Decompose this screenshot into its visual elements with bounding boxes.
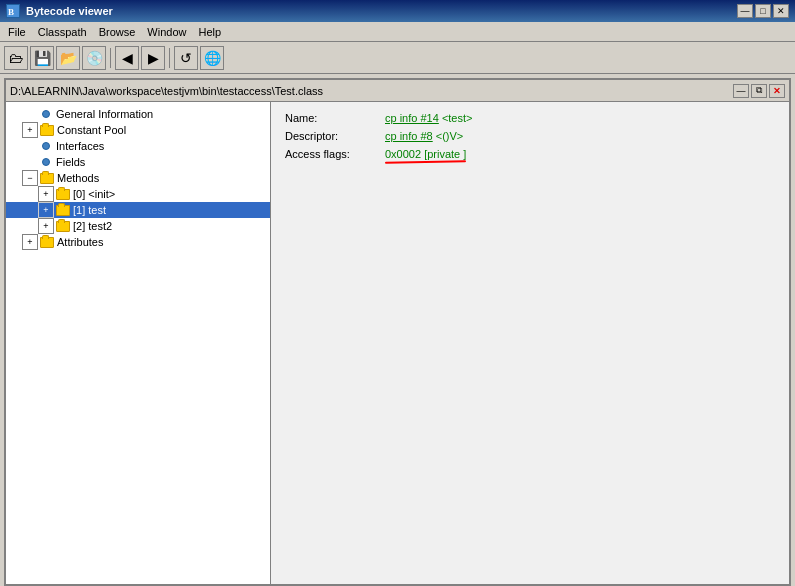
tree-item-constant-pool[interactable]: + Constant Pool bbox=[6, 122, 270, 138]
title-bar-left: B Bytecode viewer bbox=[6, 4, 113, 18]
descriptor-row: Descriptor: cp info #8 <()V> bbox=[285, 130, 775, 142]
descriptor-suffix: <()V> bbox=[436, 130, 464, 142]
menu-item-help[interactable]: Help bbox=[192, 24, 227, 40]
name-link[interactable]: cp info #14 bbox=[385, 112, 439, 124]
expander-constant-pool[interactable]: + bbox=[22, 122, 38, 138]
name-label: Name: bbox=[285, 112, 385, 124]
menu-item-window[interactable]: Window bbox=[141, 24, 192, 40]
inner-title-text: D:\ALEARNIN\Java\workspace\testjvm\bin\t… bbox=[10, 85, 323, 97]
folder-icon-test bbox=[55, 203, 71, 217]
tree-label-fields: Fields bbox=[56, 156, 85, 168]
descriptor-link[interactable]: cp info #8 bbox=[385, 130, 433, 142]
detail-panel: Name: cp info #14 <test> Descriptor: cp … bbox=[271, 102, 789, 584]
tree-item-attributes[interactable]: + Attributes bbox=[6, 234, 270, 250]
descriptor-label: Descriptor: bbox=[285, 130, 385, 142]
toolbar-separator bbox=[110, 48, 111, 68]
refresh-button[interactable]: ↺ bbox=[174, 46, 198, 70]
inner-restore-button[interactable]: ⧉ bbox=[751, 84, 767, 98]
toolbar: 🗁💾📂💿◀▶↺🌐 bbox=[0, 42, 795, 74]
folder-icon-methods bbox=[39, 171, 55, 185]
tree-label-methods: Methods bbox=[57, 172, 99, 184]
maximize-button[interactable]: □ bbox=[755, 4, 771, 18]
access-row: Access flags: 0x0002 [private ] bbox=[285, 148, 775, 160]
inner-minimize-button[interactable]: — bbox=[733, 84, 749, 98]
expander-test2[interactable]: + bbox=[38, 218, 54, 234]
folder-icon-constant-pool bbox=[39, 123, 55, 137]
inner-title-controls: — ⧉ ✕ bbox=[733, 84, 785, 98]
menu-item-file[interactable]: File bbox=[2, 24, 32, 40]
main-content: General Information + Constant Pool Inte… bbox=[6, 102, 789, 584]
menu-item-browse[interactable]: Browse bbox=[93, 24, 142, 40]
svg-text:B: B bbox=[8, 7, 14, 17]
dot-icon-general bbox=[38, 107, 54, 121]
menu-bar: FileClasspathBrowseWindowHelp bbox=[0, 22, 795, 42]
tree-item-test[interactable]: + [1] test bbox=[6, 202, 270, 218]
tree-item-test2[interactable]: + [2] test2 bbox=[6, 218, 270, 234]
expander-init[interactable]: + bbox=[38, 186, 54, 202]
title-bar-controls: — □ ✕ bbox=[737, 4, 789, 18]
save-button[interactable]: 💾 bbox=[30, 46, 54, 70]
inner-title-bar: D:\ALEARNIN\Java\workspace\testjvm\bin\t… bbox=[6, 80, 789, 102]
app-title: Bytecode viewer bbox=[26, 5, 113, 17]
inner-close-button[interactable]: ✕ bbox=[769, 84, 785, 98]
globe-button[interactable]: 🌐 bbox=[200, 46, 224, 70]
access-value: 0x0002 [private ] bbox=[385, 148, 466, 160]
title-bar: B Bytecode viewer — □ ✕ bbox=[0, 0, 795, 22]
menu-item-classpath[interactable]: Classpath bbox=[32, 24, 93, 40]
toolbar-separator bbox=[169, 48, 170, 68]
tree-label-general-info: General Information bbox=[56, 108, 153, 120]
forward-button[interactable]: ▶ bbox=[141, 46, 165, 70]
tree-item-fields[interactable]: Fields bbox=[6, 154, 270, 170]
dot-icon-interfaces bbox=[38, 139, 54, 153]
access-underline bbox=[385, 160, 466, 163]
folder-icon-attributes bbox=[39, 235, 55, 249]
tree-item-interfaces[interactable]: Interfaces bbox=[6, 138, 270, 154]
minimize-button[interactable]: — bbox=[737, 4, 753, 18]
tree-label-test: [1] test bbox=[73, 204, 106, 216]
tree-panel: General Information + Constant Pool Inte… bbox=[6, 102, 271, 584]
tree-label-test2: [2] test2 bbox=[73, 220, 112, 232]
name-value: cp info #14 <test> bbox=[385, 112, 472, 124]
disk-button[interactable]: 💿 bbox=[82, 46, 106, 70]
folder-button[interactable]: 📂 bbox=[56, 46, 80, 70]
tree-item-methods[interactable]: − Methods bbox=[6, 170, 270, 186]
tree-item-init[interactable]: + [0] <init> bbox=[6, 186, 270, 202]
expander-attributes[interactable]: + bbox=[22, 234, 38, 250]
name-row: Name: cp info #14 <test> bbox=[285, 112, 775, 124]
expander-test[interactable]: + bbox=[38, 202, 54, 218]
close-button[interactable]: ✕ bbox=[773, 4, 789, 18]
app-icon: B bbox=[6, 4, 20, 18]
tree-item-general-info[interactable]: General Information bbox=[6, 106, 270, 122]
access-text: 0x0002 [private ] bbox=[385, 148, 466, 160]
open-button[interactable]: 🗁 bbox=[4, 46, 28, 70]
descriptor-value: cp info #8 <()V> bbox=[385, 130, 463, 142]
tree-label-init: [0] <init> bbox=[73, 188, 115, 200]
tree-label-attributes: Attributes bbox=[57, 236, 103, 248]
name-suffix: <test> bbox=[442, 112, 473, 124]
inner-window: D:\ALEARNIN\Java\workspace\testjvm\bin\t… bbox=[4, 78, 791, 586]
tree-label-constant-pool: Constant Pool bbox=[57, 124, 126, 136]
folder-icon-test2 bbox=[55, 219, 71, 233]
dot-icon-fields bbox=[38, 155, 54, 169]
access-label: Access flags: bbox=[285, 148, 385, 160]
back-button[interactable]: ◀ bbox=[115, 46, 139, 70]
expander-methods[interactable]: − bbox=[22, 170, 38, 186]
tree-label-interfaces: Interfaces bbox=[56, 140, 104, 152]
folder-icon-init bbox=[55, 187, 71, 201]
